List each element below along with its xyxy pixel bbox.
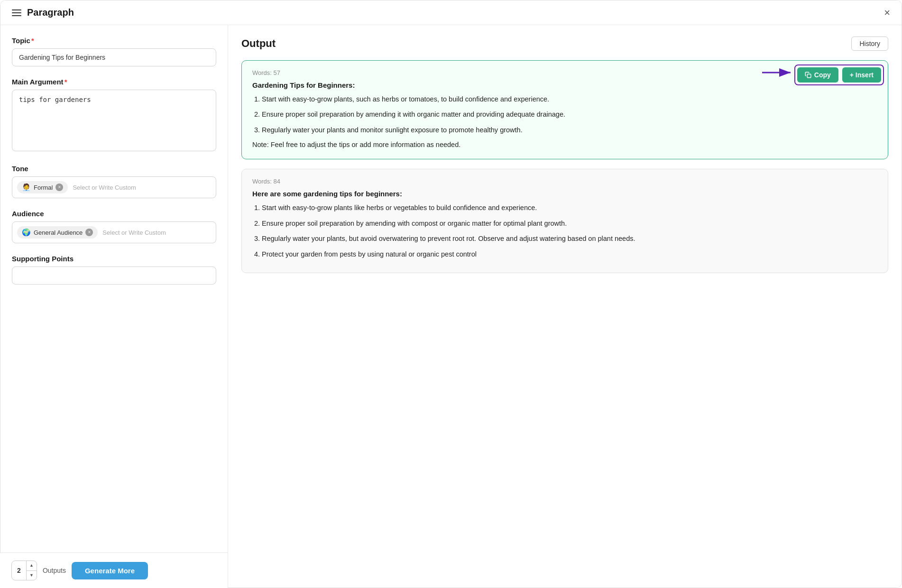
tone-tag-input[interactable]: 🧑‍💼 Formal × Select or Write Custom bbox=[12, 176, 216, 198]
bottom-bar: 2 ▲ ▼ Outputs Generate More bbox=[0, 552, 228, 588]
outputs-label: Outputs bbox=[43, 567, 66, 574]
audience-tag-input[interactable]: 🌍 General Audience × Select or Write Cus… bbox=[12, 221, 216, 243]
audience-tag-emoji: 🌍 bbox=[22, 228, 31, 237]
topic-label: Topic* bbox=[12, 37, 216, 45]
left-panel: Topic* Main Argument* tips for gardeners… bbox=[0, 25, 228, 588]
audience-tag-remove[interactable]: × bbox=[85, 229, 93, 236]
hamburger-icon[interactable] bbox=[12, 9, 21, 16]
tone-placeholder: Select or Write Custom bbox=[71, 183, 138, 192]
main-content: Topic* Main Argument* tips for gardeners… bbox=[0, 25, 902, 588]
tone-tag-emoji: 🧑‍💼 bbox=[22, 183, 31, 192]
stepper-down[interactable]: ▼ bbox=[27, 571, 37, 580]
audience-label: Audience bbox=[12, 210, 216, 218]
output-card-2: Words: 84 Here are some gardening tips f… bbox=[241, 169, 888, 273]
button-highlight-box: Copy + Insert bbox=[794, 64, 884, 85]
header: Paragraph × bbox=[0, 0, 902, 25]
card1-note: Note: Feel free to adjust the tips or ad… bbox=[252, 140, 877, 150]
card2-intro: Here are some gardening tips for beginne… bbox=[252, 190, 877, 198]
output-title: Output bbox=[241, 37, 276, 50]
list-item: Protect your garden from pests by using … bbox=[262, 249, 877, 259]
card1-list: Start with easy-to-grow plants, such as … bbox=[252, 94, 877, 135]
topic-required-star: * bbox=[31, 37, 34, 45]
supporting-points-input[interactable] bbox=[12, 266, 216, 285]
output-card-1: Words: 57 bbox=[241, 60, 888, 159]
list-item: Regularly water your plants and monitor … bbox=[262, 125, 877, 135]
insert-button[interactable]: + Insert bbox=[842, 67, 881, 83]
tone-label: Tone bbox=[12, 165, 216, 173]
tone-tag-label: Formal bbox=[34, 184, 53, 191]
copy-button[interactable]: Copy bbox=[797, 67, 838, 83]
card1-title: Gardening Tips for Beginners: bbox=[252, 81, 877, 89]
tone-tag: 🧑‍💼 Formal × bbox=[17, 181, 68, 193]
audience-tag-label: General Audience bbox=[34, 229, 83, 236]
main-argument-label-text: Main Argument bbox=[12, 78, 64, 86]
topic-label-text: Topic bbox=[12, 37, 30, 45]
tone-field-group: Tone 🧑‍💼 Formal × Select or Write Custom bbox=[12, 165, 216, 198]
audience-tag: 🌍 General Audience × bbox=[17, 226, 98, 239]
tone-tag-remove[interactable]: × bbox=[55, 184, 63, 191]
copy-label: Copy bbox=[814, 71, 831, 79]
outputs-stepper[interactable]: 2 ▲ ▼ bbox=[11, 560, 37, 580]
generate-more-button[interactable]: Generate More bbox=[72, 562, 148, 579]
topic-field-group: Topic* bbox=[12, 37, 216, 66]
audience-placeholder: Select or Write Custom bbox=[101, 228, 167, 237]
list-item: Regularly water your plants, but avoid o… bbox=[262, 233, 877, 244]
main-argument-label: Main Argument* bbox=[12, 78, 216, 86]
svg-rect-2 bbox=[807, 74, 811, 78]
list-item: Ensure proper soil preparation by amendi… bbox=[262, 218, 877, 229]
supporting-points-field-group: Supporting Points bbox=[12, 255, 216, 285]
list-item: Ensure proper soil preparation by amendi… bbox=[262, 109, 877, 119]
supporting-points-label: Supporting Points bbox=[12, 255, 216, 263]
left-panel-inner: Topic* Main Argument* tips for gardeners… bbox=[12, 37, 216, 334]
list-item: Start with easy-to-grow plants like herb… bbox=[262, 202, 877, 213]
card2-word-count: Words: 84 bbox=[252, 178, 877, 185]
copy-icon bbox=[805, 72, 811, 78]
arrow-annotation bbox=[762, 64, 795, 81]
topic-input[interactable] bbox=[12, 48, 216, 66]
main-argument-field-group: Main Argument* tips for gardeners bbox=[12, 78, 216, 153]
card2-list: Start with easy-to-grow plants like herb… bbox=[252, 202, 877, 259]
page-title: Paragraph bbox=[27, 7, 74, 18]
main-argument-required-star: * bbox=[64, 78, 67, 86]
app-container: Paragraph × Topic* Main Argument* bbox=[0, 0, 902, 588]
right-panel: Output History Words: 57 bbox=[228, 25, 902, 588]
insert-label: + Insert bbox=[850, 71, 874, 79]
header-left: Paragraph bbox=[12, 7, 74, 18]
history-button[interactable]: History bbox=[851, 37, 888, 51]
output-header: Output History bbox=[241, 37, 888, 51]
main-argument-input[interactable]: tips for gardeners bbox=[12, 90, 216, 151]
stepper-up[interactable]: ▲ bbox=[27, 561, 37, 571]
list-item: Start with easy-to-grow plants, such as … bbox=[262, 94, 877, 104]
outputs-value: 2 bbox=[12, 567, 26, 574]
stepper-arrows: ▲ ▼ bbox=[26, 561, 37, 580]
audience-field-group: Audience 🌍 General Audience × Select or … bbox=[12, 210, 216, 243]
close-icon[interactable]: × bbox=[884, 8, 890, 18]
